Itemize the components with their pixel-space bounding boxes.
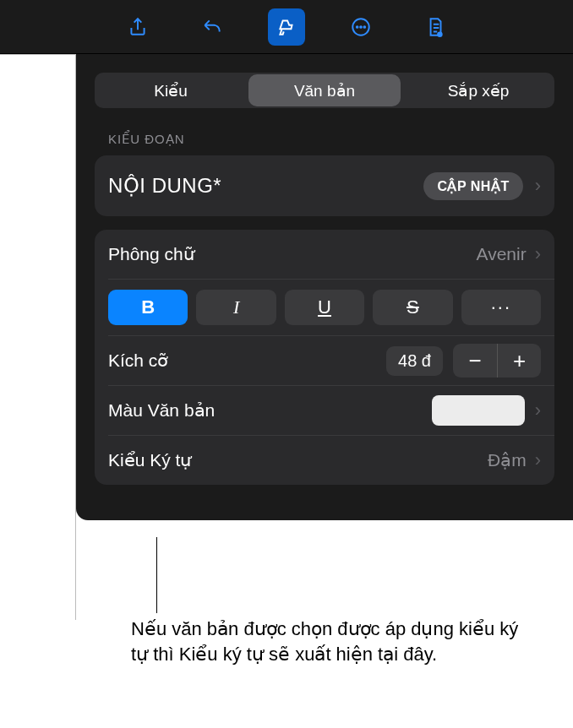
callout-text: Nếu văn bản được chọn được áp dụng kiểu …: [131, 591, 528, 666]
app-window: Kiểu Văn bản Sắp xếp KIỂU ĐOẠN NỘI DUNG*…: [0, 0, 573, 54]
chevron-right-icon: ›: [535, 243, 541, 265]
italic-button[interactable]: I: [196, 290, 276, 325]
size-value[interactable]: 48 đ: [386, 346, 443, 376]
size-stepper: − +: [453, 344, 541, 378]
underline-button[interactable]: U: [285, 290, 364, 325]
paragraph-style-name: NỘI DUNG*: [108, 174, 423, 198]
document-canvas[interactable]: [0, 54, 76, 620]
character-style-value: Đậm: [488, 450, 527, 470]
format-panel: Kiểu Văn bản Sắp xếp KIỂU ĐOẠN NỘI DUNG*…: [76, 54, 573, 520]
tab-text[interactable]: Văn bản: [248, 74, 401, 106]
svg-point-4: [437, 31, 443, 37]
size-row: Kích cỡ 48 đ − +: [108, 336, 554, 385]
tab-style[interactable]: Kiểu: [95, 73, 247, 108]
svg-point-2: [360, 26, 362, 28]
strikethrough-button[interactable]: S: [373, 290, 452, 325]
chevron-right-icon: ›: [535, 399, 541, 421]
share-button[interactable]: [119, 8, 156, 46]
toolbar: [0, 0, 573, 54]
chevron-right-icon: ›: [535, 449, 541, 471]
font-value: Avenir: [477, 244, 527, 264]
text-style-buttons: B I U S ···: [108, 279, 554, 335]
svg-point-1: [357, 26, 358, 28]
size-decrease-button[interactable]: −: [453, 344, 497, 378]
callout: Nếu văn bản được chọn được áp dụng kiểu …: [131, 591, 528, 666]
text-color-row[interactable]: Màu Văn bản ›: [108, 386, 554, 435]
font-row[interactable]: Phông chữ Avenir ›: [95, 230, 554, 279]
paragraph-style-label: KIỂU ĐOẠN: [108, 132, 554, 147]
panel-tabs: Kiểu Văn bản Sắp xếp: [95, 73, 554, 108]
font-label: Phông chữ: [108, 244, 477, 264]
text-color-label: Màu Văn bản: [108, 400, 432, 421]
more-styles-button[interactable]: ···: [461, 290, 541, 325]
chevron-right-icon: ›: [535, 175, 541, 197]
character-style-label: Kiểu Ký tự: [108, 450, 488, 470]
svg-point-3: [363, 26, 365, 28]
callout-leader-line: [156, 537, 157, 613]
format-button[interactable]: [268, 8, 305, 46]
text-color-swatch[interactable]: [432, 395, 525, 426]
character-style-row[interactable]: Kiểu Ký tự Đậm ›: [108, 436, 554, 485]
undo-button[interactable]: [194, 8, 231, 46]
text-options-card: Phông chữ Avenir › B I U S ··· Kích cỡ 4…: [95, 230, 554, 485]
document-options-button[interactable]: [417, 8, 454, 46]
paragraph-style-row[interactable]: NỘI DUNG* CẬP NHẬT ›: [95, 155, 554, 216]
bold-button[interactable]: B: [108, 290, 188, 325]
size-label: Kích cỡ: [108, 350, 386, 371]
size-increase-button[interactable]: +: [497, 344, 541, 378]
more-button[interactable]: [342, 8, 379, 46]
update-style-button[interactable]: CẬP NHẬT: [423, 172, 522, 200]
tab-arrange[interactable]: Sắp xếp: [402, 73, 554, 108]
paragraph-style-card: NỘI DUNG* CẬP NHẬT ›: [95, 155, 554, 216]
